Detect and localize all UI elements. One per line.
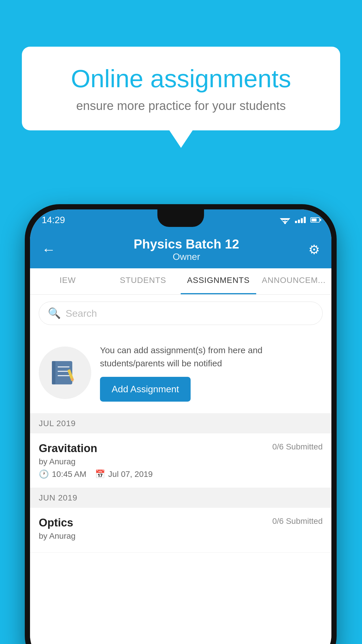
table-row[interactable]: Optics 0/6 Submitted by Anurag: [30, 508, 331, 553]
assignment-title-optics: Optics: [39, 517, 73, 529]
speech-bubble: Online assignments ensure more practice …: [22, 47, 340, 130]
info-card-right: You can add assignment(s) from here and …: [100, 344, 323, 402]
assignment-submitted-optics: 0/6 Submitted: [272, 517, 323, 526]
tabs-bar: IEW STUDENTS ASSIGNMENTS ANNOUNCEM...: [30, 268, 331, 295]
notebook-icon-circle: [39, 346, 91, 399]
assignment-title: Gravitation: [39, 442, 97, 455]
search-bar[interactable]: 🔍 Search: [39, 302, 323, 325]
assignment-author: by Anurag: [39, 457, 323, 466]
table-row[interactable]: Gravitation 0/6 Submitted by Anurag 🕐 10…: [30, 433, 331, 488]
tab-iew[interactable]: IEW: [30, 268, 106, 294]
add-assignment-button[interactable]: Add Assignment: [100, 377, 191, 402]
tab-assignments[interactable]: ASSIGNMENTS: [181, 268, 256, 294]
signal-icon: [295, 217, 306, 223]
content-area: 🔍 Search: [30, 295, 331, 644]
assignment-author-optics: by Anurag: [39, 531, 323, 541]
app-bar-subtitle: Owner: [64, 251, 308, 262]
tab-announcements[interactable]: ANNOUNCEM...: [256, 268, 332, 294]
speech-bubble-title: Online assignments: [45, 64, 317, 93]
assignment-date: 📅 Jul 07, 2019: [95, 469, 153, 479]
speech-bubble-container: Online assignments ensure more practice …: [22, 47, 340, 148]
svg-rect-5: [52, 361, 55, 384]
app-bar: ← Physics Batch 12 Owner ⚙: [30, 230, 331, 268]
search-icon: 🔍: [48, 307, 61, 319]
assignment-submitted: 0/6 Submitted: [272, 442, 323, 452]
section-header-jul: JUL 2019: [30, 414, 331, 433]
back-button[interactable]: ←: [42, 242, 56, 258]
info-card-text: You can add assignment(s) from here and …: [100, 344, 323, 370]
status-icons: [280, 216, 320, 224]
clock-icon: 🕐: [39, 469, 49, 479]
battery-icon: [310, 217, 320, 223]
status-bar: 14:29: [30, 209, 331, 230]
search-container: 🔍 Search: [30, 295, 331, 332]
phone-inner: 14:29: [30, 209, 331, 644]
assignment-item-top-optics: Optics 0/6 Submitted: [39, 517, 323, 529]
settings-icon[interactable]: ⚙: [308, 242, 320, 257]
search-placeholder: Search: [66, 308, 97, 319]
assignment-meta: 🕐 10:45 AM 📅 Jul 07, 2019: [39, 469, 323, 479]
status-time: 14:29: [42, 215, 65, 225]
notebook-icon: [50, 358, 80, 387]
assignment-time: 🕐 10:45 AM: [39, 469, 86, 479]
notch: [157, 209, 204, 227]
calendar-icon: 📅: [95, 469, 105, 479]
wifi-icon: [280, 216, 290, 224]
app-bar-title: Physics Batch 12: [64, 237, 308, 251]
phone-frame: 14:29: [25, 204, 337, 644]
speech-bubble-subtitle: ensure more practice for your students: [45, 99, 317, 113]
assignment-item-top: Gravitation 0/6 Submitted: [39, 442, 323, 455]
tab-students[interactable]: STUDENTS: [106, 268, 181, 294]
info-card: You can add assignment(s) from here and …: [30, 332, 331, 414]
app-bar-title-block: Physics Batch 12 Owner: [64, 237, 308, 262]
speech-bubble-tail: [169, 130, 193, 148]
section-header-jun: JUN 2019: [30, 488, 331, 508]
